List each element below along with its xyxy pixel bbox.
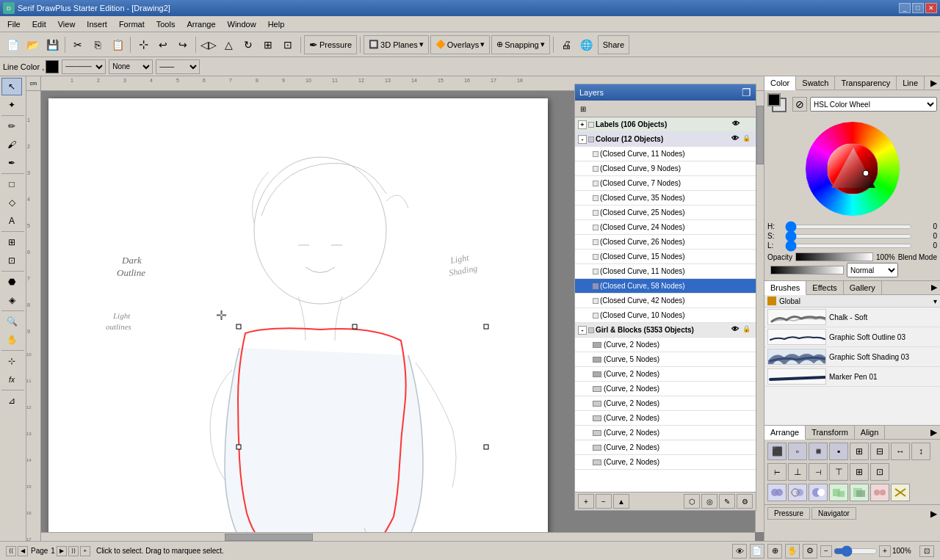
- layer-cc42[interactable]: (Closed Curve, 42 Nodes): [575, 294, 756, 308]
- align-bottom-btn[interactable]: ⊡: [870, 463, 889, 481]
- color-wheel-inner[interactable]: [827, 143, 878, 194]
- main-canvas[interactable]: ✛ Dark Outline Light outlines Light Shad…: [48, 98, 548, 541]
- menu-arrange[interactable]: Arrange: [181, 18, 221, 30]
- layer-settings-button[interactable]: ⚙: [737, 494, 753, 509]
- tab-navigator[interactable]: Navigator: [811, 507, 856, 520]
- new-button[interactable]: 📄: [3, 35, 22, 54]
- canvas-hscrollbar[interactable]: [41, 532, 755, 541]
- menu-format[interactable]: Format: [113, 18, 151, 30]
- arrange-panel-expand[interactable]: ▶: [928, 426, 940, 439]
- layer-c2d[interactable]: (Curve, 2 Nodes): [575, 396, 756, 411]
- undo-button[interactable]: ↩: [153, 35, 173, 54]
- tab-swatch[interactable]: Swatch: [796, 76, 835, 90]
- layer-cc24[interactable]: (Closed Curve, 24 Nodes): [575, 220, 756, 235]
- layer-cc9[interactable]: (Closed Curve, 9 Nodes): [575, 161, 756, 176]
- layer-cc25[interactable]: (Closed Curve, 25 Nodes): [575, 206, 756, 220]
- minimize-button[interactable]: _: [899, 3, 911, 13]
- blend-tool[interactable]: ◈: [1, 291, 22, 309]
- layer-c2g[interactable]: (Curve, 2 Nodes): [575, 440, 756, 455]
- last-page-btn[interactable]: ⟩⟩: [68, 546, 79, 556]
- layer-cc10[interactable]: (Closed Curve, 10 Nodes): [575, 308, 756, 323]
- flip-h-button[interactable]: ◁▷: [199, 35, 218, 54]
- color-wheel[interactable]: [805, 121, 900, 217]
- girlblocks-lock[interactable]: 🔒: [742, 325, 753, 335]
- layer-move-up-button[interactable]: ▲: [613, 494, 629, 509]
- layer-c5[interactable]: (Curve, 5 Nodes): [575, 352, 756, 367]
- color-panel-expand[interactable]: ▶: [928, 76, 940, 90]
- stroke-color-square[interactable]: [767, 93, 781, 106]
- web-button[interactable]: 🌐: [577, 35, 596, 54]
- labels-expand[interactable]: +: [578, 120, 587, 129]
- s-slider[interactable]: [785, 234, 912, 239]
- brush-graphic-outline[interactable]: Graphic Soft Outline 03: [764, 327, 940, 347]
- line-end-select[interactable]: None Arrow: [109, 59, 153, 74]
- rotate-cw-button[interactable]: ↻: [239, 35, 258, 54]
- fill-tool[interactable]: ⬣: [1, 273, 22, 291]
- first-page-btn[interactable]: ⟨⟨: [6, 546, 16, 556]
- layers-expand-all[interactable]: ⊞: [576, 102, 590, 115]
- tab-brushes[interactable]: Brushes: [764, 281, 806, 295]
- flip-h-arrange[interactable]: ↔: [891, 443, 910, 460]
- menu-insert[interactable]: Insert: [81, 18, 113, 30]
- print-button[interactable]: 🖨: [557, 35, 576, 54]
- layer-cc58[interactable]: (Closed Curve, 58 Nodes): [575, 279, 756, 294]
- brushes-panel-expand[interactable]: ▶: [928, 281, 940, 294]
- pressure-button[interactable]: ✒ Pressure: [304, 35, 357, 54]
- layer-cc11b[interactable]: (Closed Curve, 11 Nodes): [575, 264, 756, 279]
- brush-tool[interactable]: 🖌: [1, 136, 22, 153]
- shape-subtract-btn[interactable]: [809, 484, 828, 501]
- layer-c2h[interactable]: (Curve, 2 Nodes): [575, 455, 756, 470]
- colour-lock[interactable]: 🔒: [742, 134, 753, 145]
- layer-add-button[interactable]: +: [578, 494, 594, 509]
- bring-forward-btn[interactable]: ▫: [788, 443, 807, 460]
- ungroup-btn[interactable]: ⊟: [870, 443, 889, 460]
- fx-tool[interactable]: fx: [1, 371, 22, 388]
- pencil-tool[interactable]: ✏: [1, 117, 22, 135]
- color-none-btn[interactable]: ⊘: [792, 97, 807, 112]
- labels-eye[interactable]: 👁: [732, 120, 742, 130]
- color-mode-select[interactable]: HSL Color Wheel: [810, 97, 937, 112]
- close-button[interactable]: ✕: [925, 3, 937, 13]
- menu-window[interactable]: Window: [222, 18, 262, 30]
- menu-tools[interactable]: Tools: [151, 18, 181, 30]
- colour-eye[interactable]: 👁: [731, 134, 742, 145]
- add-page-btn[interactable]: +: [80, 546, 90, 556]
- zoom-tool[interactable]: 🔍: [1, 313, 22, 330]
- layer-cc35[interactable]: (Closed Curve, 35 Nodes): [575, 191, 756, 206]
- h-slider[interactable]: [785, 225, 912, 229]
- pointer-button[interactable]: ⊹: [134, 35, 153, 54]
- zoom-full-btn[interactable]: ⊡: [919, 545, 934, 557]
- tab-gallery[interactable]: Gallery: [844, 281, 882, 294]
- open-button[interactable]: 📂: [23, 35, 42, 54]
- align-top-btn[interactable]: ⊤: [829, 463, 848, 481]
- zoom-in-btn[interactable]: +: [879, 545, 891, 557]
- frame-tool[interactable]: ⊞: [1, 233, 22, 251]
- node-tool[interactable]: ✦: [1, 96, 22, 114]
- prev-page-btn[interactable]: ◀: [18, 546, 28, 556]
- crop-tool[interactable]: ⊡: [1, 252, 22, 269]
- line-style-select[interactable]: ───── ─ ─ ─ ·····: [62, 59, 106, 74]
- shape-join-btn[interactable]: [891, 484, 910, 501]
- layer-cc11[interactable]: (Closed Curve, 11 Nodes): [575, 147, 756, 161]
- zoom-fit-icon[interactable]: ⊕: [767, 544, 782, 559]
- menu-view[interactable]: View: [52, 18, 82, 30]
- layer-properties-button[interactable]: ✎: [719, 494, 735, 509]
- brush-category[interactable]: Global ▾: [764, 295, 940, 308]
- tab-transparency[interactable]: Transparency: [835, 76, 897, 90]
- document-status-icon[interactable]: 📄: [750, 544, 764, 559]
- layer-cc26[interactable]: (Closed Curve, 26 Nodes): [575, 235, 756, 250]
- menu-help[interactable]: Help: [262, 18, 291, 30]
- layer-c2a[interactable]: (Curve, 2 Nodes): [575, 338, 756, 352]
- send-back-btn[interactable]: ◾: [809, 443, 828, 460]
- flip-v-arrange[interactable]: ↕: [911, 443, 930, 460]
- group-btn[interactable]: ⊞: [850, 443, 869, 460]
- distribute-button[interactable]: ⊡: [278, 35, 297, 54]
- maximize-button[interactable]: □: [912, 3, 924, 13]
- layer-lock-all-button[interactable]: ⬡: [684, 494, 700, 509]
- layer-cc15[interactable]: (Closed Curve, 15 Nodes): [575, 250, 756, 264]
- bring-front-btn[interactable]: ⬛: [767, 443, 787, 460]
- align-button[interactable]: ⊞: [258, 35, 278, 54]
- hand-status-icon[interactable]: ✋: [785, 544, 800, 559]
- redo-button[interactable]: ↪: [173, 35, 192, 54]
- shape-crop-btn[interactable]: [850, 484, 869, 501]
